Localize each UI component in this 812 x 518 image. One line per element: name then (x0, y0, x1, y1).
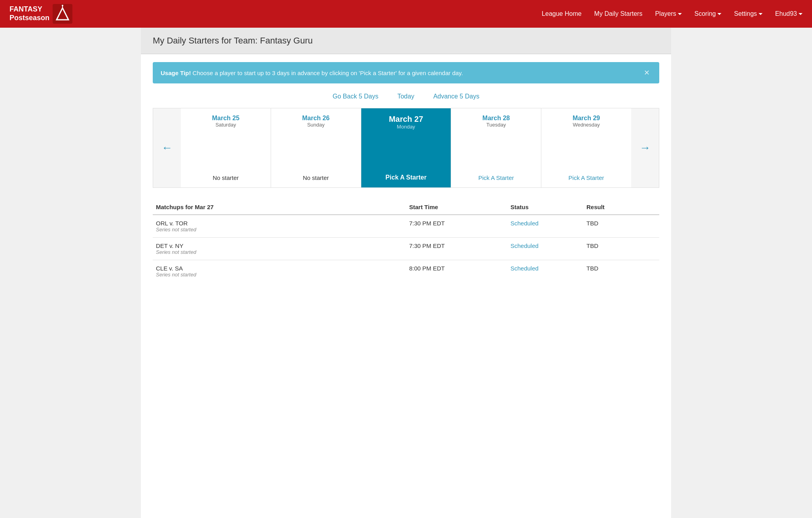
cal-date-4: March 29 (573, 115, 600, 122)
nav-link-settings[interactable]: Settings (734, 10, 763, 17)
advance-5-days-link[interactable]: Advance 5 Days (433, 93, 480, 100)
status-cell-0: Scheduled (507, 215, 583, 238)
cal-date-today: March 27 (389, 115, 423, 124)
today-link[interactable]: Today (397, 93, 414, 100)
day-nav: Go Back 5 Days Today Advance 5 Days (153, 93, 659, 100)
status-cell-1: Scheduled (507, 238, 583, 260)
calendar-day-today[interactable]: March 27 Monday Pick A Starter (361, 108, 451, 187)
result-cell-2: TBD (583, 260, 659, 283)
main-content: Usage Tip! Choose a player to start up t… (141, 54, 671, 290)
nav-link-user[interactable]: Ehud93 (775, 10, 803, 17)
cal-weekday-today: Monday (397, 124, 415, 130)
pick-a-starter-link-3[interactable]: Pick A Starter (478, 174, 514, 181)
status-cell-2: Scheduled (507, 260, 583, 283)
cal-action-0: No starter (212, 174, 239, 181)
nav-item-league-home[interactable]: League Home (542, 10, 582, 17)
table-row: ORL v. TOR Series not started 7:30 PM ED… (153, 215, 659, 238)
table-row: CLE v. SA Series not started 8:00 PM EDT… (153, 260, 659, 283)
result-cell-1: TBD (583, 238, 659, 260)
cal-weekday-0: Saturday (215, 122, 236, 128)
go-back-5-days-link[interactable]: Go Back 5 Days (333, 93, 379, 100)
prev-arrow-button[interactable]: ← (153, 108, 181, 187)
main-nav: FANTASY Postseason League Home My Daily … (0, 0, 812, 28)
logo-icon (53, 4, 72, 24)
matchup-cell-2: CLE v. SA Series not started (153, 260, 406, 283)
nav-item-user[interactable]: Ehud93 (775, 10, 803, 17)
cal-date-3: March 28 (482, 115, 510, 122)
col-header-result: Result (583, 200, 659, 215)
cal-action-1: No starter (303, 174, 329, 181)
chevron-down-icon (799, 13, 803, 15)
cal-weekday-4: Wednesday (573, 122, 600, 128)
matchup-series-0: Series not started (156, 227, 403, 233)
matchup-series-1: Series not started (156, 249, 403, 255)
tip-prefix: Usage Tip! (161, 70, 191, 76)
tip-body: Choose a player to start up to 3 days in… (191, 70, 463, 76)
time-cell-2: 8:00 PM EDT (406, 260, 507, 283)
nav-item-settings[interactable]: Settings (734, 10, 763, 17)
page-title: My Daily Starters for Team: Fantasy Guru (153, 36, 659, 46)
col-header-status: Status (507, 200, 583, 215)
nav-link-my-daily-starters[interactable]: My Daily Starters (594, 10, 643, 17)
nav-link-league-home[interactable]: League Home (542, 10, 582, 17)
matchup-cell-0: ORL v. TOR Series not started (153, 215, 406, 238)
table-row: DET v. NY Series not started 7:30 PM EDT… (153, 238, 659, 260)
logo: FANTASY Postseason (9, 4, 72, 24)
left-arrow-icon: ← (161, 142, 173, 154)
chevron-down-icon (678, 13, 682, 15)
matchup-teams-2: CLE v. SA (156, 265, 403, 272)
calendar-day-3: March 28 Tuesday Pick A Starter (451, 108, 541, 187)
tip-text: Usage Tip! Choose a player to start up t… (161, 70, 463, 76)
col-header-time: Start Time (406, 200, 507, 215)
nav-link-scoring[interactable]: Scoring (694, 10, 721, 17)
tip-box: Usage Tip! Choose a player to start up t… (153, 62, 659, 83)
calendar-day-1: March 26 Sunday No starter (271, 108, 361, 187)
calendar-day-0: March 25 Saturday No starter (181, 108, 271, 187)
status-link-1[interactable]: Scheduled (510, 242, 539, 249)
svg-point-3 (62, 5, 63, 6)
matchup-teams-1: DET v. NY (156, 242, 403, 249)
calendar: ← March 25 Saturday No starter March 26 … (153, 108, 659, 188)
matchup-cell-1: DET v. NY Series not started (153, 238, 406, 260)
next-arrow-button[interactable]: → (631, 108, 659, 187)
right-arrow-icon: → (639, 142, 651, 154)
calendar-day-4: March 29 Wednesday Pick A Starter (541, 108, 631, 187)
logo-line1: FANTASY (9, 5, 49, 14)
close-button[interactable]: ✕ (642, 68, 651, 77)
nav-links: League Home My Daily Starters Players Sc… (542, 10, 803, 17)
logo-line2: Postseason (9, 14, 49, 23)
page-wrapper: My Daily Starters for Team: Fantasy Guru… (141, 28, 671, 518)
nav-link-players[interactable]: Players (655, 10, 681, 17)
time-cell-1: 7:30 PM EDT (406, 238, 507, 260)
matchup-series-2: Series not started (156, 272, 403, 278)
pick-a-starter-today-button[interactable]: Pick A Starter (385, 174, 427, 181)
chevron-down-icon (717, 13, 721, 15)
nav-item-scoring[interactable]: Scoring (694, 10, 721, 17)
matchup-teams-0: ORL v. TOR (156, 220, 403, 227)
page-header: My Daily Starters for Team: Fantasy Guru (141, 28, 671, 54)
nav-item-my-daily-starters[interactable]: My Daily Starters (594, 10, 643, 17)
table-header-row: Matchups for Mar 27 Start Time Status Re… (153, 200, 659, 215)
nav-item-players[interactable]: Players (655, 10, 681, 17)
chevron-down-icon (759, 13, 763, 15)
cal-weekday-1: Sunday (307, 122, 324, 128)
status-link-2[interactable]: Scheduled (510, 265, 539, 272)
calendar-days: March 25 Saturday No starter March 26 Su… (181, 108, 631, 187)
status-link-0[interactable]: Scheduled (510, 220, 539, 227)
time-cell-0: 7:30 PM EDT (406, 215, 507, 238)
pick-a-starter-link-4[interactable]: Pick A Starter (569, 174, 604, 181)
cal-date-0: March 25 (212, 115, 239, 122)
matchups-table: Matchups for Mar 27 Start Time Status Re… (153, 200, 659, 282)
result-cell-0: TBD (583, 215, 659, 238)
col-header-matchup: Matchups for Mar 27 (153, 200, 406, 215)
cal-weekday-3: Tuesday (486, 122, 506, 128)
cal-date-1: March 26 (302, 115, 330, 122)
